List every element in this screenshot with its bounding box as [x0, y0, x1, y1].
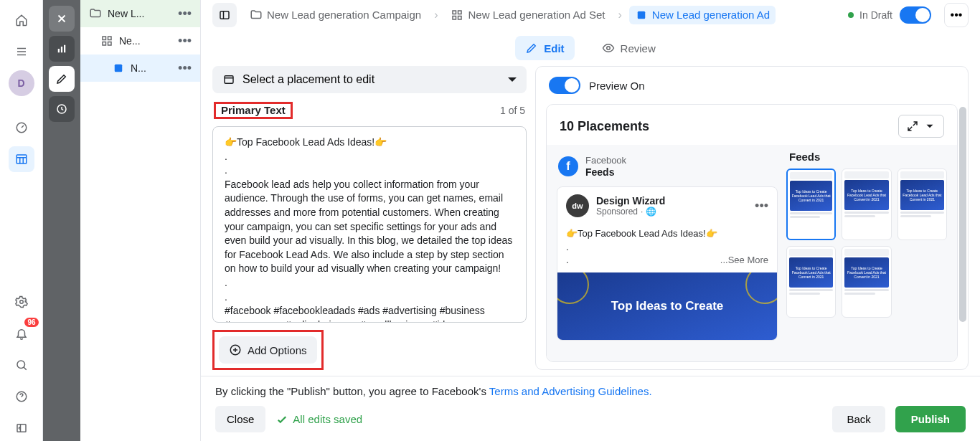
thumbs-grid: Top Ideas to Create Facebook Lead Ads th…: [786, 169, 947, 318]
primary-text-input[interactable]: 👉Top Facebook Lead Ads Ideas!👉 . . Faceb…: [212, 126, 527, 323]
primary-text-label: Primary Text: [216, 100, 291, 120]
crumb-label: New Lead generation Ad Set: [468, 9, 605, 21]
draft-toggle[interactable]: [900, 6, 931, 24]
svg-rect-1: [17, 155, 27, 163]
ad-image: Top Ideas to Create: [557, 272, 777, 340]
chevron-right-icon: ›: [618, 9, 621, 22]
svg-point-3: [17, 361, 25, 369]
more-icon[interactable]: •••: [175, 62, 194, 75]
placement-thumb[interactable]: Top Ideas to Create Facebook Lead Ads th…: [786, 169, 836, 240]
more-icon[interactable]: •••: [175, 34, 194, 47]
globe-icon: · 🌐: [641, 207, 656, 217]
draft-status: In Draft: [848, 9, 892, 21]
status-label: In Draft: [859, 9, 892, 21]
platform-name: Facebook: [585, 155, 626, 166]
svg-rect-22: [225, 76, 233, 84]
svg-rect-13: [108, 42, 112, 46]
svg-rect-7: [61, 47, 62, 52]
svg-rect-20: [638, 11, 646, 19]
terms-link[interactable]: Terms and Advertising Guidelines.: [489, 385, 652, 397]
home-icon[interactable]: [9, 7, 34, 33]
placements-header: 10 Placements: [547, 105, 957, 145]
gauge-icon[interactable]: [9, 115, 34, 141]
help-icon[interactable]: [9, 384, 34, 409]
tab-review[interactable]: Review: [592, 36, 666, 60]
platform-sub: Feeds: [585, 166, 626, 179]
panel-toggle-button[interactable]: [212, 3, 237, 27]
publish-button[interactable]: Publish: [895, 406, 966, 432]
placement-thumb[interactable]: Top Ideas to Create Facebook Lead Ads th…: [842, 246, 891, 318]
placement-selector[interactable]: Select a placement to edit: [212, 66, 527, 93]
svg-rect-14: [115, 65, 123, 72]
preview-toggle-label: Preview On: [589, 80, 645, 92]
chevron-down-icon: [508, 77, 517, 86]
add-options-button[interactable]: Add Options: [219, 336, 317, 364]
tab-edit[interactable]: Edit: [515, 36, 574, 60]
tree-campaign[interactable]: New L... •••: [80, 0, 200, 27]
main-area: New Lead generation Campaign › New Lead …: [201, 0, 980, 441]
svg-point-21: [606, 47, 610, 50]
tree-adset[interactable]: Ne... •••: [80, 27, 200, 54]
tab-label: Edit: [544, 42, 564, 54]
footer-legal: By clicking the "Publish" button, you ag…: [215, 385, 966, 397]
ad-page-name: Design Wizard: [596, 195, 665, 207]
tree-ad[interactable]: N... •••: [80, 54, 200, 82]
placement-thumb[interactable]: Top Ideas to Create Facebook Lead Ads th…: [897, 169, 947, 240]
svg-rect-17: [458, 11, 462, 14]
ad-primary-text: 👉Top Facebook Lead Ads Ideas!👉 . . ...Se…: [557, 224, 777, 272]
crumb-campaign[interactable]: New Lead generation Campaign: [244, 6, 427, 24]
content-row: Select a placement to edit Primary Text …: [201, 66, 980, 376]
status-dot-icon: [848, 12, 854, 18]
clock-icon[interactable]: [49, 96, 75, 122]
platform-row: f Facebook Feeds: [557, 151, 778, 186]
preview-toggle-row: Preview On: [536, 67, 968, 104]
svg-rect-10: [103, 37, 106, 40]
sub-tabs: Edit Review: [201, 30, 980, 66]
gear-icon[interactable]: [9, 289, 34, 315]
placements-title: 10 Placements: [560, 119, 898, 134]
chevron-right-icon: ›: [434, 9, 438, 22]
svg-rect-8: [64, 45, 65, 53]
more-button[interactable]: •••: [944, 3, 969, 27]
search-icon[interactable]: [9, 352, 34, 378]
tree-label: Ne...: [119, 35, 169, 47]
more-icon[interactable]: •••: [175, 7, 194, 20]
close-button[interactable]: Close: [215, 406, 265, 432]
ad-sponsored: Sponsored · 🌐: [596, 207, 665, 217]
svg-point-2: [19, 300, 23, 304]
footer: By clicking the "Publish" button, you ag…: [201, 376, 980, 441]
placement-thumb[interactable]: Top Ideas to Create Facebook Lead Ads th…: [842, 169, 891, 240]
menu-icon[interactable]: [9, 39, 34, 65]
thumbnails-column: Feeds Top Ideas to Create Facebook Lead …: [786, 151, 947, 356]
add-options-label: Add Options: [248, 344, 307, 356]
close-icon[interactable]: [49, 6, 75, 32]
preview-main: f Facebook Feeds dw Design Wizard: [557, 151, 778, 356]
crumb-label: New Lead generation Ad: [652, 9, 770, 21]
crumb-ad[interactable]: New Lead generation Ad: [629, 6, 776, 24]
back-button[interactable]: Back: [832, 406, 885, 432]
svg-rect-18: [453, 16, 456, 19]
pencil-icon[interactable]: [49, 66, 75, 92]
preview-toggle[interactable]: [549, 77, 580, 94]
grid-icon[interactable]: [9, 146, 34, 172]
collapse-icon[interactable]: [9, 415, 34, 441]
preview-column: Preview On 10 Placements f Fac: [535, 66, 969, 370]
svg-rect-11: [108, 37, 112, 40]
tool-rail: [43, 0, 80, 441]
facebook-icon: f: [558, 156, 578, 176]
crumb-adset[interactable]: New Lead generation Ad Set: [445, 6, 611, 24]
chart-icon[interactable]: [49, 36, 75, 62]
editor-column: Select a placement to edit Primary Text …: [212, 66, 527, 370]
scrollbar[interactable]: [959, 107, 966, 322]
ad-more-icon[interactable]: •••: [755, 199, 768, 214]
svg-rect-15: [220, 11, 229, 19]
expand-button[interactable]: [898, 115, 944, 138]
svg-rect-19: [458, 16, 462, 19]
bell-icon[interactable]: [9, 321, 34, 346]
tree-label: N...: [131, 62, 169, 74]
svg-rect-12: [103, 42, 106, 46]
thumbs-title: Feeds: [786, 151, 947, 169]
see-more-link[interactable]: ...See More: [720, 254, 768, 267]
avatar[interactable]: D: [9, 70, 34, 96]
placement-thumb[interactable]: Top Ideas to Create Facebook Lead Ads th…: [786, 246, 836, 318]
